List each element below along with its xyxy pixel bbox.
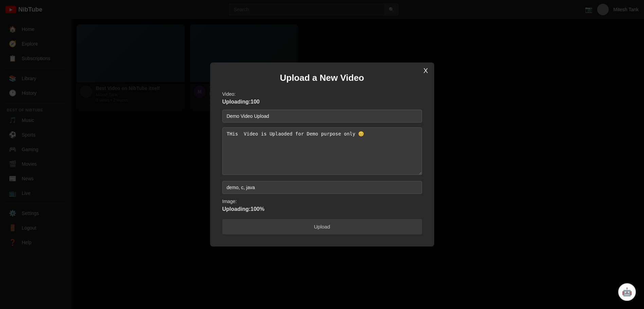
video-field-label: Video:: [222, 91, 422, 97]
image-field-label: Image:: [222, 199, 422, 204]
modal-overlay[interactable]: X Upload a New Video Video: Uploading:10…: [0, 0, 644, 309]
modal-title: Upload a New Video: [222, 73, 422, 83]
image-upload-status: Uploading:100%: [222, 206, 422, 212]
modal-close-button[interactable]: X: [423, 67, 428, 74]
video-title-input[interactable]: [222, 110, 422, 123]
chatbot-icon: 🤖: [622, 287, 632, 297]
upload-button[interactable]: Upload: [222, 219, 422, 234]
upload-modal: X Upload a New Video Video: Uploading:10…: [210, 62, 434, 247]
chatbot-button[interactable]: 🤖: [618, 283, 636, 301]
video-upload-status: Uploading:100: [222, 99, 422, 105]
video-description-input[interactable]: THis Video is Uplaoded for Demo purpose …: [222, 127, 422, 175]
video-tags-input[interactable]: [222, 181, 422, 194]
